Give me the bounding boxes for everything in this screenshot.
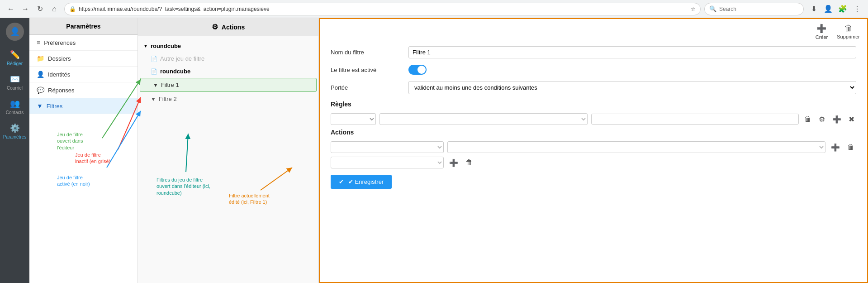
rule-row-1: ​ ​ 🗑 ⚙ ➕ ✖ (331, 113, 856, 125)
nom-filtre-input[interactable] (408, 46, 856, 58)
extension-icon[interactable]: 🧩 (836, 3, 849, 15)
rule-select-2[interactable]: ​ (379, 113, 588, 125)
action-add-button-1[interactable]: ➕ (829, 142, 842, 153)
home-button[interactable]: ⌂ (48, 3, 61, 15)
editor-toolbar: ➕ Créer 🗑 Supprimer (816, 24, 860, 40)
filter-list-header: ⚙ Actions (138, 18, 318, 36)
folders-icon: 📁 (37, 55, 44, 62)
filter-item-filtre2-label: Filtre 2 (159, 96, 177, 102)
filter-doc-icon-roundcube: 📄 (151, 68, 157, 75)
action-select-1[interactable]: ​ (331, 141, 444, 153)
filter-doc-icon-autre: 📄 (151, 56, 157, 62)
action-select-2[interactable]: ​ (447, 141, 825, 153)
sidebar-item-rediger[interactable]: ✏️ Rédiger (0, 46, 29, 70)
settings-menu-identites[interactable]: 👤 Identités (29, 67, 138, 82)
portee-row: Portée valident au moins une des conditi… (331, 81, 856, 94)
rule-delete-button[interactable]: 🗑 (802, 114, 813, 124)
settings-nav-icon: ⚙️ (10, 123, 20, 133)
filter-items-list: ▼ roundcube 📄 Autre jeu de filtre 📄 roun… (138, 36, 318, 283)
plus-icon: ➕ (816, 24, 826, 34)
profile-icon[interactable]: 👤 (822, 3, 835, 15)
preferences-icon: ≡ (37, 39, 40, 46)
editor-panel: ➕ Créer 🗑 Supprimer Nom du filtre Le fil… (319, 18, 868, 283)
chevron-down-icon: ▼ (143, 43, 148, 48)
filters-icon: ▼ (37, 102, 43, 110)
search-input[interactable] (719, 6, 799, 12)
sidebar-item-parametres-label: Paramètres (3, 134, 27, 139)
contacts-icon: 👥 (10, 99, 20, 109)
enregistrer-button[interactable]: ✔ ✔ Enregistrer (331, 175, 392, 189)
filterset-roundcube-header[interactable]: ▼ roundcube (138, 40, 318, 52)
supprimer-button[interactable]: 🗑 Supprimer (837, 24, 860, 40)
settings-menu-dossiers[interactable]: 📁 Dossiers (29, 51, 138, 67)
star-icon: ☆ (691, 6, 696, 12)
settings-menu-reponses[interactable]: 💬 Réponses (29, 82, 138, 98)
filter-item-filtre1-label: Filtre 1 (161, 82, 179, 88)
actions-title: Actions (331, 129, 856, 136)
action-delete-button-2[interactable]: 🗑 (464, 158, 474, 168)
url-text: https://mail.immae.eu/roundcube/?_task=s… (79, 6, 688, 12)
action-add-button-2[interactable]: ➕ (447, 158, 460, 168)
avatar: 👤 (6, 23, 24, 41)
action-delete-button-1[interactable]: 🗑 (845, 142, 856, 152)
portee-select[interactable]: valident au moins une des conditions sui… (408, 81, 856, 94)
nav-buttons: ← → ↻ ⌂ (5, 3, 61, 15)
nom-filtre-label: Nom du filtre (331, 49, 403, 56)
nom-filtre-row: Nom du filtre (331, 46, 856, 58)
action-select-3[interactable]: ​ (331, 157, 444, 168)
filter-item-filtre2[interactable]: ▼ Filtre 2 (138, 92, 318, 106)
trash-icon: 🗑 (844, 24, 853, 33)
lock-icon: 🔒 (69, 6, 76, 12)
sidebar-item-rediger-label: Rédiger (7, 61, 23, 66)
back-button[interactable]: ← (5, 3, 17, 15)
mail-icon: ✉️ (10, 74, 20, 84)
portee-label: Portée (331, 84, 403, 91)
download-icon[interactable]: ⬇ (807, 3, 820, 15)
browser-actions: ⬇ 👤 🧩 ⋮ (807, 3, 863, 15)
identities-icon: 👤 (37, 71, 44, 78)
sidebar-item-contacts-label: Contacts (6, 110, 24, 115)
filtre-actif-row: Le filtre est activé (331, 65, 856, 75)
search-icon: 🔍 (709, 5, 716, 12)
reload-button[interactable]: ↻ (33, 3, 46, 15)
sidebar-item-courriel-label: Courriel (7, 86, 23, 91)
compose-icon: ✏️ (10, 50, 20, 60)
browser-chrome: ← → ↻ ⌂ 🔒 https://mail.immae.eu/roundcub… (0, 0, 868, 18)
checkmark-icon: ✔ (339, 178, 344, 185)
rule-select-1[interactable]: ​ (331, 113, 376, 125)
filter-item-filtre1[interactable]: ▼ Filtre 1 (140, 78, 317, 92)
responses-icon: 💬 (37, 86, 44, 94)
filter-icon-filtre2: ▼ (151, 96, 156, 102)
filter-panel-title: Actions (222, 24, 245, 31)
action-row-2: ​ ➕ 🗑 (331, 157, 856, 168)
settings-panel-header: Paramètres (29, 18, 138, 35)
settings-menu-filtres[interactable]: ▼ Filtres (29, 98, 138, 114)
sidebar-item-contacts[interactable]: 👥 Contacts (0, 95, 29, 119)
actions-gear-icon: ⚙ (212, 23, 218, 31)
search-bar[interactable]: 🔍 (704, 3, 804, 15)
filterset-roundcube-label: roundcube (151, 43, 181, 49)
sidebar-item-parametres[interactable]: ⚙️ Paramètres (0, 120, 29, 143)
app-container: 👤 ✏️ Rédiger ✉️ Courriel 👥 Contacts ⚙️ P… (0, 18, 868, 283)
rule-extra-button[interactable]: ✖ (847, 114, 856, 125)
filter-list-panel: ⚙ Actions ▼ roundcube 📄 Autre jeu de fil… (138, 18, 319, 283)
settings-panel: Paramètres ≡ Préférences 📁 Dossiers 👤 Id… (29, 18, 138, 283)
rule-settings-button[interactable]: ⚙ (817, 114, 827, 125)
filtre-actif-toggle[interactable] (408, 65, 427, 75)
settings-menu-preferences[interactable]: ≡ Préférences (29, 35, 138, 51)
filter-item-autre[interactable]: 📄 Autre jeu de filtre (138, 52, 318, 65)
filter-icon-filtre1: ▼ (153, 82, 158, 88)
filterset-roundcube-sub-label: roundcube (160, 68, 190, 75)
regles-title: Règles (331, 101, 856, 108)
rule-add-button[interactable]: ➕ (830, 114, 843, 125)
creer-button[interactable]: ➕ Créer (816, 24, 828, 40)
sidebar-nav: 👤 ✏️ Rédiger ✉️ Courriel 👥 Contacts ⚙️ P… (0, 18, 29, 283)
action-row-1: ​ ​ ➕ 🗑 (331, 141, 856, 153)
forward-button[interactable]: → (19, 3, 32, 15)
sidebar-item-courriel[interactable]: ✉️ Courriel (0, 71, 29, 94)
filter-item-autre-label: Autre jeu de filtre (160, 55, 204, 62)
filterset-roundcube-sub[interactable]: 📄 roundcube (138, 65, 318, 77)
rule-input-1[interactable] (591, 114, 799, 125)
menu-icon[interactable]: ⋮ (851, 3, 863, 15)
address-bar[interactable]: 🔒 https://mail.immae.eu/roundcube/?_task… (64, 3, 701, 15)
